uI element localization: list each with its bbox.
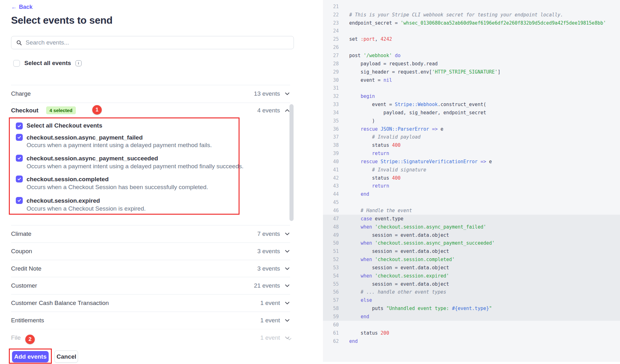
line-number: 62 <box>323 338 339 344</box>
code-text: session = event.data.object <box>349 281 449 287</box>
cancel-button[interactable]: Cancel <box>54 350 78 363</box>
chevron-down-icon[interactable] <box>284 231 290 237</box>
check-icon <box>17 177 21 181</box>
category-count: 4 events <box>257 107 280 114</box>
code-line: 43 return <box>323 182 620 190</box>
add-events-button[interactable]: Add events <box>12 351 49 362</box>
line-number: 33 <box>323 102 339 107</box>
code-line: 58 puts "Unhandled event type: #{event.t… <box>323 304 620 313</box>
back-link[interactable]: ← Back <box>11 4 33 10</box>
event-name[interactable]: checkout.session.completed <box>27 176 109 183</box>
code-text: payload, sig_header, endpoint_secret <box>349 110 486 116</box>
checkbox-event-2[interactable] <box>16 155 23 162</box>
event-name[interactable]: checkout.session.async_payment_failed <box>27 134 143 141</box>
select-all-checkout-label[interactable]: Select all Checkout events <box>27 122 102 129</box>
category-label: Coupon <box>11 248 32 255</box>
code-line: 45 <box>323 198 620 206</box>
event-description: Occurs when a Checkout Session has been … <box>27 184 208 191</box>
code-text: begin <box>349 93 375 99</box>
code-text: event = nil <box>349 77 392 83</box>
code-text: # Invalid signature <box>349 167 426 173</box>
chevron-down-icon[interactable] <box>284 300 290 306</box>
category-row-entitlements[interactable]: Entitlements 1 event <box>11 312 290 329</box>
select-all-checkbox[interactable] <box>13 60 20 67</box>
code-text: payload = request.body.read <box>349 61 438 67</box>
line-number: 25 <box>323 36 339 42</box>
code-line: 40 rescue Stripe::SignatureVerificationE… <box>323 158 620 166</box>
category-count: 1 event <box>260 334 280 341</box>
chevron-down-icon[interactable] <box>284 266 290 272</box>
line-number: 36 <box>323 126 339 132</box>
chevron-down-icon[interactable] <box>284 91 290 97</box>
category-row-charge[interactable]: Charge 13 events <box>11 85 290 102</box>
scroll-down-chevron-icon[interactable] <box>287 337 292 343</box>
event-name[interactable]: checkout.session.async_payment_succeeded <box>27 155 158 162</box>
category-row-credit-note[interactable]: Credit Note 3 events <box>11 260 290 277</box>
code-line: 52 when 'checkout.session.completed' <box>323 255 620 264</box>
check-icon <box>17 156 21 160</box>
code-line: 47 case event.type <box>323 215 620 223</box>
category-row-file[interactable]: File 1 event <box>11 329 290 346</box>
code-line: 35 ) <box>323 117 620 125</box>
category-row-customer[interactable]: Customer 21 events <box>11 277 290 294</box>
chevron-down-icon[interactable] <box>284 283 290 289</box>
category-row-checkout[interactable]: Checkout 4 selected 4 events <box>11 103 290 118</box>
code-line: 37 # Invalid payload <box>323 133 620 141</box>
search-input[interactable] <box>25 39 294 46</box>
code-line: 32 begin <box>323 92 620 100</box>
code-line: 48 when 'checkout.session.async_payment_… <box>323 223 620 231</box>
code-line: 41 # Invalid signature <box>323 166 620 174</box>
event-name[interactable]: checkout.session.expired <box>27 197 100 204</box>
code-line: 39 return <box>323 149 620 158</box>
category-row-climate[interactable]: Climate 7 events <box>11 225 290 242</box>
category-label: Charge <box>11 90 31 97</box>
checkbox-event-3[interactable] <box>16 176 23 182</box>
info-icon[interactable]: i <box>76 60 82 66</box>
event-description: Occurs when a payment intent using a del… <box>27 163 244 170</box>
code-line: 33 event = Stripe::Webhook.construct_eve… <box>323 100 620 109</box>
annotation-step-1: 1 <box>92 105 102 115</box>
code-line: 57 else <box>323 296 620 304</box>
code-line: 21 <box>323 3 620 11</box>
line-number: 44 <box>323 191 339 197</box>
code-text: ) <box>349 118 375 124</box>
code-text: return <box>349 183 389 189</box>
chevron-down-icon[interactable] <box>284 318 290 323</box>
scrollbar-thumb[interactable] <box>289 104 294 221</box>
line-number: 24 <box>323 28 339 34</box>
category-count: 21 events <box>254 282 280 289</box>
code-line: 56 # ... handle other event types <box>323 288 620 296</box>
code-line: 46 # Handle the event <box>323 206 620 215</box>
checkbox-event-4[interactable] <box>16 197 23 204</box>
category-row-coupon[interactable]: Coupon 3 events <box>11 242 290 260</box>
code-text: endpoint_secret = 'whsec_0130680caa52ab6… <box>349 20 606 26</box>
line-number: 57 <box>323 297 339 303</box>
line-number: 48 <box>323 224 339 230</box>
code-line: 22# This is your Stripe CLI webhook secr… <box>323 11 620 19</box>
code-text: post '/webhook' do <box>349 53 401 58</box>
code-text: return <box>349 151 389 156</box>
line-number: 49 <box>323 232 339 238</box>
line-number: 28 <box>323 61 339 67</box>
category-count: 1 event <box>260 300 280 307</box>
select-all-events-row[interactable]: Select all events i <box>13 60 82 67</box>
line-number: 37 <box>323 134 339 140</box>
checkbox-event-1[interactable] <box>16 134 23 141</box>
category-label: Credit Note <box>11 265 41 272</box>
code-line: 59 end <box>323 313 620 321</box>
search-box[interactable] <box>11 36 294 49</box>
category-count: 3 events <box>257 248 280 255</box>
code-text: else <box>349 297 372 303</box>
code-text: event = Stripe::Webhook.construct_event( <box>349 102 486 107</box>
category-row-customer-cash-balance-transaction[interactable]: Customer Cash Balance Transaction 1 even… <box>11 294 290 312</box>
chevron-down-icon[interactable] <box>284 248 290 254</box>
code-line: 61 status 200 <box>323 329 620 337</box>
line-number: 40 <box>323 159 339 164</box>
code-text: status 400 <box>349 175 401 181</box>
code-line: 34 payload, sig_header, endpoint_secret <box>323 109 620 117</box>
code-text: # Invalid payload <box>349 134 421 140</box>
code-text: session = event.data.object <box>349 248 449 254</box>
line-number: 55 <box>323 281 339 287</box>
checkbox-select-all-checkout[interactable] <box>16 122 23 129</box>
code-text: rescue Stripe::SignatureVerificationErro… <box>349 159 492 164</box>
